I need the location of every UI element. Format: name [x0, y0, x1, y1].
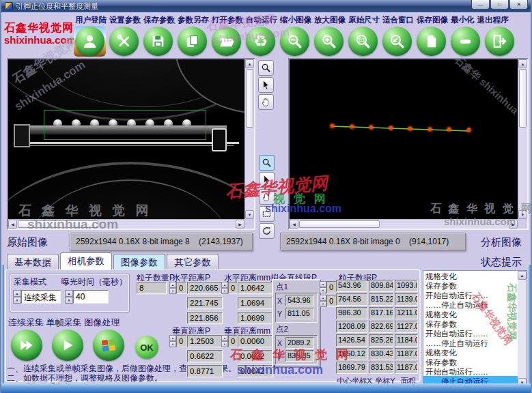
acquisition-mode-value[interactable]: 连续采集: [21, 290, 61, 304]
save-params-as-button[interactable]: [178, 27, 207, 56]
status-list-item[interactable]: ……停止自动运行: [423, 300, 527, 309]
scroll-thumb[interactable]: [246, 69, 253, 128]
ok-button[interactable]: OK: [135, 336, 158, 359]
magnifier-tool-button[interactable]: [258, 60, 274, 76]
tab-other-params[interactable]: 其它参数: [167, 254, 219, 270]
y-axis-label: Y: [277, 310, 284, 318]
single-frame-acquire-button[interactable]: [52, 330, 83, 361]
spinner-arrows[interactable]: ▲▼: [13, 290, 21, 304]
menu-item[interactable]: 用户登陆: [75, 15, 107, 25]
tab-camera-params[interactable]: 相机参数: [60, 252, 112, 270]
fit-window-button[interactable]: [382, 27, 412, 56]
acquisition-mode-select[interactable]: ▲▼ 连续采集: [13, 290, 61, 304]
status-list-item[interactable]: 规格变化: [423, 271, 527, 280]
user-login-backdrop: [74, 26, 106, 57]
h-distance-p-index[interactable]: ▲▼ 0: [169, 282, 188, 294]
settings-button[interactable]: [109, 27, 139, 56]
hand-tool-button[interactable]: [259, 189, 275, 205]
cursor-tool-button[interactable]: [259, 172, 275, 188]
analysis-vertical-scrollbar[interactable]: ▲ ▼: [518, 59, 527, 219]
status-list[interactable]: 规格变化保存参数开始自动运行…………停止自动运行规格变化保存参数开始自动运行………: [423, 270, 527, 388]
point1-y-value: 811.05: [285, 308, 314, 319]
menu-item[interactable]: 设置参数: [109, 15, 141, 25]
scroll-left-arrow[interactable]: ◀: [8, 220, 17, 229]
spinner-arrows[interactable]: ▲▼: [169, 335, 176, 347]
image-process-button[interactable]: [93, 330, 124, 361]
auto-run-button[interactable]: ♻: [246, 27, 275, 56]
menu-item[interactable]: 自动运行: [246, 15, 277, 25]
exposure-time-value[interactable]: 40: [73, 290, 109, 304]
menu-item[interactable]: 适合窗口: [382, 15, 414, 25]
scroll-thumb[interactable]: [299, 220, 380, 228]
menu-item[interactable]: 放大图像: [314, 15, 346, 25]
cursor-icon: [261, 80, 271, 90]
original-horizontal-scrollbar[interactable]: ◀ ▶: [8, 219, 244, 229]
menu-item[interactable]: 打开参数: [212, 15, 243, 25]
original-image-viewport[interactable]: [8, 59, 244, 219]
spinner-arrows[interactable]: ▲▼: [320, 281, 326, 293]
original-size-button[interactable]: 1:1: [348, 27, 378, 56]
menu-item[interactable]: 参数另存: [178, 15, 209, 25]
open-params-button[interactable]: [212, 27, 241, 56]
continuous-acquire-button[interactable]: [11, 330, 42, 361]
status-list-item[interactable]: ……停止自动运行: [423, 338, 527, 347]
analysis-image-viewport[interactable]: [290, 59, 518, 219]
menu-item[interactable]: 保存图像: [417, 15, 448, 25]
tab-image-params[interactable]: 图像参数: [113, 254, 165, 270]
exit-program-button[interactable]: [485, 27, 514, 56]
v-distance-p-index[interactable]: ▲▼ 0: [169, 335, 188, 347]
menu-item[interactable]: 缩小图像: [280, 15, 311, 25]
menu-item[interactable]: 保存参数: [143, 15, 175, 25]
spinner-arrows[interactable]: ▲▼: [320, 295, 326, 307]
zoom-in-image-button[interactable]: [314, 27, 344, 56]
cursor-tool-button[interactable]: [258, 77, 274, 93]
table-cell: 1869.79: [336, 362, 367, 374]
hand-tool-button[interactable]: [258, 94, 274, 110]
close-button[interactable]: ✕: [509, 0, 528, 10]
spinner-arrows[interactable]: ▲▼: [65, 290, 73, 304]
scroll-thumb[interactable]: [18, 220, 98, 228]
menu-item[interactable]: 退出程序: [477, 15, 509, 25]
table-row: 986.30817.161211.00: [336, 307, 418, 319]
status-list-item[interactable]: 规格变化: [423, 347, 527, 357]
scroll-down-arrow[interactable]: ▼: [518, 210, 527, 219]
spinner-arrows[interactable]: ▲▼: [221, 282, 228, 294]
original-image-panel[interactable]: ▲ ▼ ◀ ▶: [7, 58, 255, 230]
save-image-button[interactable]: [417, 27, 446, 56]
menu-item[interactable]: 原始尺寸: [348, 15, 380, 25]
spinner-arrows[interactable]: ▲▼: [169, 282, 176, 294]
status-list-item[interactable]: 保存参数: [423, 319, 527, 328]
scroll-thumb[interactable]: [519, 69, 527, 128]
minimize-button[interactable]: —: [471, 0, 490, 10]
scroll-up-arrow[interactable]: ▲: [245, 59, 254, 68]
scroll-down-arrow[interactable]: ▼: [245, 210, 254, 219]
menu-item[interactable]: 最小化: [451, 15, 475, 25]
save-params-button[interactable]: [143, 27, 173, 56]
maximize-button[interactable]: □: [490, 0, 509, 10]
status-list-item[interactable]: 开始自动运行……: [423, 290, 527, 300]
status-list-item[interactable]: 开始自动运行……: [423, 328, 527, 338]
scroll-right-arrow[interactable]: ▶: [236, 220, 244, 229]
analysis-image-panel[interactable]: ▲ ▼ ◀ ▶: [288, 58, 529, 230]
scroll-up-arrow[interactable]: ▲: [518, 271, 527, 280]
tab-basic-data[interactable]: 基本数据: [7, 254, 59, 270]
scroll-up-arrow[interactable]: ▲: [518, 59, 527, 68]
user-login-button[interactable]: [75, 27, 104, 56]
status-list-item[interactable]: 保存参数: [423, 357, 527, 366]
original-vertical-scrollbar[interactable]: ▲ ▼: [244, 59, 254, 219]
roi-rectangle-tool-button[interactable]: [259, 206, 275, 222]
status-list-item[interactable]: 开始自动运行……: [423, 366, 527, 376]
status-list-scrollbar[interactable]: ▲ ▼: [518, 271, 527, 387]
spinner-arrows[interactable]: ▲▼: [221, 335, 228, 347]
status-list-item[interactable]: 保存参数: [423, 280, 527, 290]
zoom-out-image-button[interactable]: [280, 27, 309, 56]
status-list-item[interactable]: 规格变化: [423, 309, 527, 319]
analysis-horizontal-scrollbar[interactable]: ◀ ▶: [290, 219, 518, 229]
scroll-right-arrow[interactable]: ▶: [509, 220, 518, 229]
magnifier-tool-button[interactable]: [259, 155, 275, 171]
exposure-time-input[interactable]: ▲▼ 40: [65, 290, 109, 304]
rotate-tool-button[interactable]: [259, 223, 275, 239]
scroll-left-arrow[interactable]: ◀: [290, 220, 298, 229]
table-row: 1650.12830.431187.00: [336, 348, 418, 360]
minimize-app-button[interactable]: [451, 27, 480, 56]
